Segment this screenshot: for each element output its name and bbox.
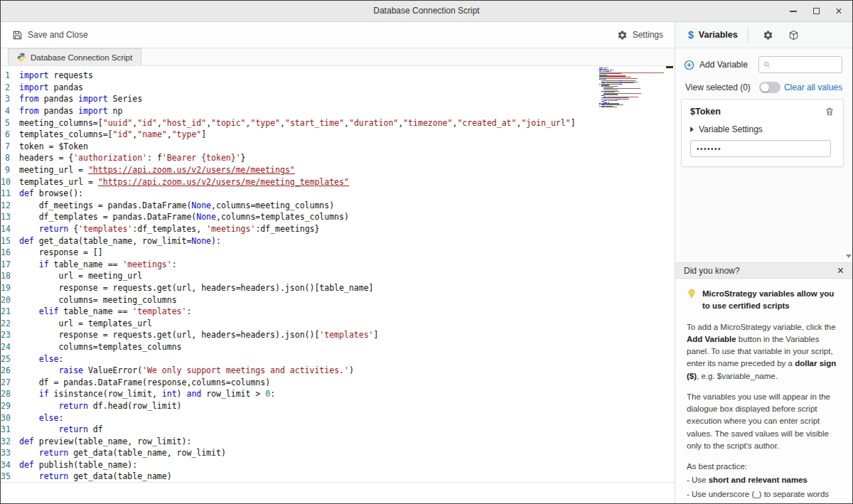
- line-number: 22: [1, 318, 19, 328]
- code-line[interactable]: 30 else:: [1, 412, 675, 424]
- line-number: 12: [1, 200, 19, 210]
- scrollbar-thumb[interactable]: [666, 66, 673, 68]
- line-number: 29: [1, 401, 19, 411]
- search-box[interactable]: [758, 56, 842, 73]
- code-line[interactable]: 34def publish(table_name):: [1, 459, 675, 471]
- gear-icon: [617, 30, 628, 41]
- code-line[interactable]: 13 df_templates = pandas.DataFrame(None,…: [1, 211, 675, 223]
- scroll-down-arrow-icon[interactable]: [846, 254, 852, 258]
- horizontal-scrollbar[interactable]: [1, 482, 675, 503]
- code-line[interactable]: 22 url = templates_url: [1, 317, 675, 329]
- tab-database-connection-script[interactable]: Database Connection Script: [8, 48, 141, 65]
- line-number: 11: [1, 188, 19, 198]
- tab-variables[interactable]: $ Variables: [688, 29, 738, 41]
- settings-button[interactable]: Settings: [614, 27, 666, 43]
- code-text: else:: [19, 413, 63, 423]
- code-line[interactable]: 3from pandas import Series: [1, 93, 675, 105]
- dollar-icon: $: [688, 29, 694, 41]
- code-line[interactable]: 23 response = requests.get(url, headers=…: [1, 329, 675, 341]
- code-text: url = templates_url: [19, 318, 152, 328]
- did-you-know-title: Did you know?: [684, 266, 740, 276]
- code-line[interactable]: 11def browse():: [1, 188, 675, 200]
- code-line[interactable]: 4from pandas import np: [1, 105, 675, 117]
- code-line[interactable]: 10templates_url = "https://api.zoom.us/v…: [1, 176, 675, 188]
- line-number: 15: [1, 236, 19, 246]
- panel-scrollbar[interactable]: [845, 51, 852, 258]
- view-selected-label: View selected (0): [685, 82, 751, 92]
- view-selected-toggle[interactable]: [759, 82, 780, 93]
- line-number: 21: [1, 306, 19, 316]
- code-line[interactable]: 8headers = {'authorization': f'Bearer {t…: [1, 152, 675, 164]
- minimap[interactable]: [599, 68, 665, 110]
- code-line[interactable]: 2import pandas: [1, 82, 675, 94]
- variable-value-input[interactable]: •••••••: [690, 140, 831, 157]
- line-number: 4: [1, 106, 19, 116]
- variables-section: Add Variable View selected (0) Clear all…: [675, 48, 852, 262]
- code-line[interactable]: 18 url = meeting_url: [1, 270, 675, 282]
- code-line[interactable]: 1import requests: [1, 70, 675, 82]
- code-line[interactable]: 26 raise ValueError('We only support mee…: [1, 365, 675, 377]
- line-number: 5: [1, 118, 19, 128]
- code-text: def browse():: [19, 188, 83, 198]
- code-text: df_meetings = pandas.DataFrame(None,colu…: [19, 200, 334, 210]
- code-line[interactable]: 28 if isinstance(row_limit, int) and row…: [1, 388, 675, 400]
- save-and-close-label: Save and Close: [28, 30, 88, 40]
- code-text: elif table_name == 'templates':: [19, 306, 191, 316]
- code-line[interactable]: 6templates_columns=["id","name","type"]: [1, 129, 675, 141]
- line-number: 25: [1, 354, 19, 364]
- code-line[interactable]: 9meeting_url = "https://api.zoom.us/v2/u…: [1, 164, 675, 176]
- variables-actions-row: Add Variable: [684, 55, 842, 74]
- line-number: 31: [1, 424, 19, 434]
- variable-settings-label: Variable Settings: [699, 124, 763, 134]
- close-icon: ×: [835, 6, 842, 17]
- code-line[interactable]: 21 elif table_name == 'templates':: [1, 306, 675, 318]
- code-line[interactable]: 25 else:: [1, 353, 675, 365]
- code-line[interactable]: 31 return df: [1, 424, 675, 436]
- headline-text: MicroStrategy variables allow you to use…: [702, 288, 841, 313]
- code-text: if table_name == 'meetings':: [19, 259, 177, 269]
- clear-all-values-link[interactable]: Clear all values: [784, 82, 842, 92]
- code-line[interactable]: 33 return get_data(table_name, row_limit…: [1, 447, 675, 459]
- app-window: Database Connection Script × Save and Cl…: [0, 0, 853, 504]
- code-line[interactable]: 20 columns= meeting_columns: [1, 294, 675, 306]
- script-settings-button[interactable]: [758, 26, 778, 44]
- code-line[interactable]: 29 return df.head(row_limit): [1, 400, 675, 412]
- minimize-button[interactable]: [785, 4, 801, 19]
- titlebar: Database Connection Script ×: [1, 1, 852, 22]
- code-line[interactable]: 7token = $Token: [1, 141, 675, 153]
- save-and-close-button[interactable]: Save and Close: [9, 27, 91, 43]
- code-line[interactable]: 14 return {'templates':df_templates, 'me…: [1, 223, 675, 235]
- maximize-button[interactable]: [808, 4, 824, 19]
- line-number: 14: [1, 224, 19, 234]
- line-number: 2: [1, 82, 19, 92]
- code-line[interactable]: 32def preview(table_name, row_limit):: [1, 435, 675, 447]
- code-text: return {'templates':df_templates, 'meeti…: [19, 224, 319, 234]
- window-title: Database Connection Script: [1, 1, 852, 21]
- line-number: 10: [1, 177, 19, 187]
- close-button[interactable]: ×: [831, 4, 847, 19]
- code-line[interactable]: 16 response = []: [1, 247, 675, 259]
- code-text: templates_url = "https://api.zoom.us/v2/…: [19, 177, 349, 187]
- variable-settings-expander[interactable]: Variable Settings: [682, 117, 843, 134]
- trash-icon[interactable]: [825, 107, 835, 117]
- search-input[interactable]: [774, 60, 837, 70]
- code-lines: 1import requests2import pandas3from pand…: [1, 66, 675, 482]
- gear-icon: [763, 30, 773, 41]
- code-line[interactable]: 5meeting_columns=["uuid","id","host_id",…: [1, 117, 675, 129]
- code-line[interactable]: 15def get_data(table_name, row_limit=Non…: [1, 235, 675, 247]
- did-you-know-header: Did you know? ×: [675, 262, 852, 279]
- code-text: return df.head(row_limit): [19, 401, 182, 411]
- close-did-you-know-button[interactable]: ×: [837, 265, 844, 277]
- code-line[interactable]: 17 if table_name == 'meetings':: [1, 259, 675, 271]
- packages-button[interactable]: [784, 26, 804, 44]
- code-line[interactable]: 12 df_meetings = pandas.DataFrame(None,c…: [1, 200, 675, 212]
- code-line[interactable]: 35 return get_data(table_name): [1, 471, 675, 482]
- add-variable-button[interactable]: Add Variable: [684, 60, 748, 70]
- code-line[interactable]: 27 df = pandas.DataFrame(response,column…: [1, 376, 675, 388]
- code-editor[interactable]: 1import requests2import pandas3from pand…: [1, 66, 675, 482]
- code-text: else:: [19, 354, 63, 364]
- code-line[interactable]: 19 response = requests.get(url, headers=…: [1, 282, 675, 294]
- variable-name: $Token: [690, 107, 721, 117]
- chevron-right-icon: [690, 127, 694, 132]
- code-line[interactable]: 24 columns=templates_columns: [1, 341, 675, 353]
